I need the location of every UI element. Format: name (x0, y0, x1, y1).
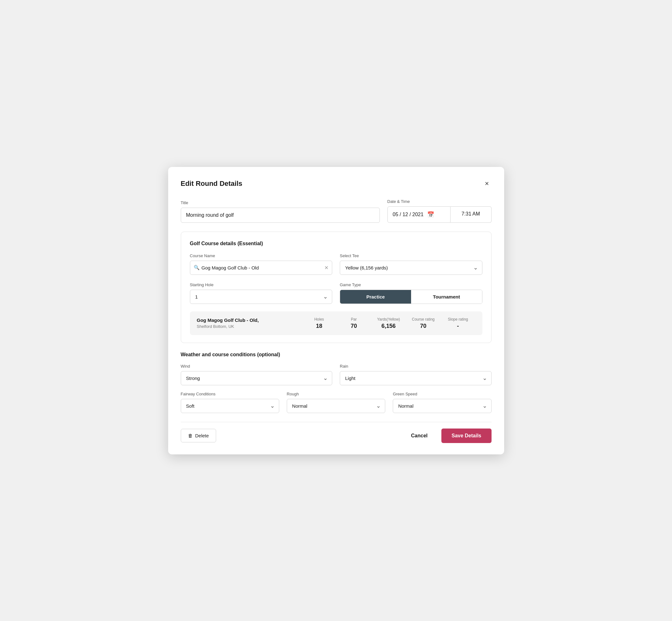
date-time-wrap: 05 / 12 / 2021 📅 7:31 AM (387, 206, 492, 223)
course-name-input[interactable] (190, 261, 333, 275)
starting-hole-dropdown[interactable]: 1 (190, 290, 333, 304)
footer-right-actions: Cancel Save Details (406, 428, 492, 443)
course-name-tee-row: Course Name 🔍 ✕ Select Tee Yellow (6,156… (190, 253, 482, 275)
title-label: Title (181, 200, 380, 205)
starting-hole-wrap: 1 ⌄ (190, 290, 333, 304)
course-rating-value: 70 (420, 323, 426, 329)
modal-title: Edit Round Details (181, 179, 243, 188)
game-type-label: Game Type (340, 282, 482, 287)
date-field[interactable]: 05 / 12 / 2021 📅 (387, 206, 451, 223)
select-tee-wrap: Yellow (6,156 yards) ⌄ (340, 261, 482, 275)
yards-stat: Yards(Yellow) 6,156 (371, 317, 406, 329)
starting-hole-label: Starting Hole (190, 282, 333, 287)
course-info-name: Gog Magog Golf Club - Old, (197, 318, 302, 323)
date-time-label: Date & Time (387, 199, 492, 204)
green-speed-field-group: Green Speed Normal ⌄ (393, 391, 491, 413)
clear-course-icon[interactable]: ✕ (324, 265, 328, 271)
wind-dropdown[interactable]: Strong (181, 371, 333, 385)
modal-header: Edit Round Details × (181, 178, 492, 189)
fairway-label: Fairway Conditions (181, 391, 279, 396)
course-name-label: Course Name (190, 253, 333, 258)
time-field[interactable]: 7:31 AM (451, 206, 492, 223)
par-value: 70 (350, 323, 357, 329)
holes-value: 18 (316, 323, 322, 329)
holes-label: Holes (314, 317, 324, 322)
game-type-toggle: Practice Tournament (340, 290, 482, 304)
date-value: 05 / 12 / 2021 (393, 212, 424, 217)
yards-value: 6,156 (381, 323, 395, 329)
rain-select-wrap: Light ⌄ (340, 371, 492, 385)
edit-round-modal: Edit Round Details × Title Date & Time 0… (168, 167, 504, 454)
starting-hole-field-group: Starting Hole 1 ⌄ (190, 282, 333, 304)
golf-course-section: Golf Course details (Essential) Course N… (181, 232, 492, 343)
course-name-search-wrap: 🔍 ✕ (190, 261, 333, 275)
fairway-dropdown[interactable]: Soft (181, 399, 279, 413)
green-speed-dropdown[interactable]: Normal (393, 399, 491, 413)
course-info-location: Shelford Bottom, UK (197, 324, 302, 329)
par-stat: Par 70 (337, 317, 371, 329)
course-name-field-group: Course Name 🔍 ✕ (190, 253, 333, 275)
green-speed-select-wrap: Normal ⌄ (393, 399, 491, 413)
rain-label: Rain (340, 364, 492, 369)
date-time-field-group: Date & Time 05 / 12 / 2021 📅 7:31 AM (387, 199, 492, 223)
select-tee-dropdown[interactable]: Yellow (6,156 yards) (340, 261, 482, 275)
wind-label: Wind (181, 364, 333, 369)
select-tee-field-group: Select Tee Yellow (6,156 yards) ⌄ (340, 253, 482, 275)
delete-label: Delete (195, 433, 209, 438)
save-button[interactable]: Save Details (442, 428, 491, 443)
weather-section: Weather and course conditions (optional)… (181, 352, 492, 413)
rough-field-group: Rough Normal ⌄ (287, 391, 385, 413)
modal-footer: 🗑 Delete Cancel Save Details (181, 422, 492, 443)
rough-select-wrap: Normal ⌄ (287, 399, 385, 413)
game-type-field-group: Game Type Practice Tournament (340, 282, 482, 304)
starting-hole-game-type-row: Starting Hole 1 ⌄ Game Type Practice Tou… (190, 282, 482, 304)
tournament-toggle-button[interactable]: Tournament (411, 290, 482, 303)
yards-label: Yards(Yellow) (377, 317, 400, 322)
cancel-button[interactable]: Cancel (406, 429, 432, 443)
green-speed-label: Green Speed (393, 391, 491, 396)
top-fields-row: Title Date & Time 05 / 12 / 2021 📅 7:31 … (181, 199, 492, 223)
fairway-rough-green-row: Fairway Conditions Soft ⌄ Rough Normal ⌄ (181, 391, 492, 413)
rough-label: Rough (287, 391, 385, 396)
slope-rating-label: Slope rating (448, 317, 468, 322)
fairway-field-group: Fairway Conditions Soft ⌄ (181, 391, 279, 413)
rain-field-group: Rain Light ⌄ (340, 364, 492, 385)
rain-dropdown[interactable]: Light (340, 371, 492, 385)
trash-icon: 🗑 (188, 433, 193, 438)
delete-button[interactable]: 🗑 Delete (181, 429, 216, 443)
course-info-name-section: Gog Magog Golf Club - Old, Shelford Bott… (197, 318, 302, 329)
weather-section-title: Weather and course conditions (optional) (181, 352, 492, 358)
golf-course-section-title: Golf Course details (Essential) (190, 241, 482, 246)
title-input[interactable] (181, 208, 380, 223)
select-tee-label: Select Tee (340, 253, 482, 258)
par-label: Par (351, 317, 357, 322)
fairway-select-wrap: Soft ⌄ (181, 399, 279, 413)
rough-dropdown[interactable]: Normal (287, 399, 385, 413)
time-value: 7:31 AM (462, 211, 480, 216)
wind-select-wrap: Strong ⌄ (181, 371, 333, 385)
wind-field-group: Wind Strong ⌄ (181, 364, 333, 385)
practice-toggle-button[interactable]: Practice (340, 290, 411, 303)
course-info-bar: Gog Magog Golf Club - Old, Shelford Bott… (190, 312, 482, 335)
calendar-icon: 📅 (427, 211, 434, 218)
slope-rating-value: - (457, 323, 459, 329)
holes-stat: Holes 18 (302, 317, 337, 329)
search-icon: 🔍 (194, 265, 200, 271)
course-rating-stat: Course rating 70 (406, 317, 441, 329)
wind-rain-row: Wind Strong ⌄ Rain Light ⌄ (181, 364, 492, 385)
course-rating-label: Course rating (412, 317, 434, 322)
title-field-group: Title (181, 200, 380, 223)
close-button[interactable]: × (482, 178, 492, 189)
slope-rating-stat: Slope rating - (441, 317, 475, 329)
